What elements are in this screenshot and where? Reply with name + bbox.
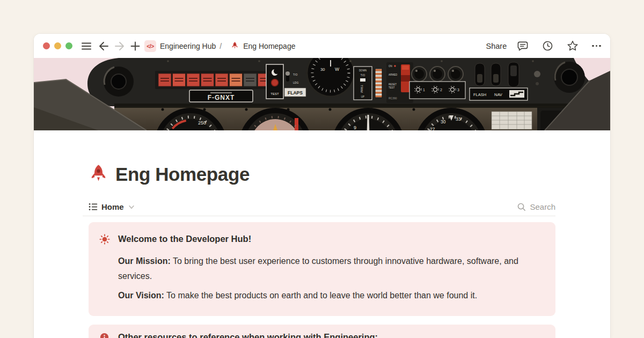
knob1-label: 1 bbox=[423, 88, 425, 92]
breadcrumb-separator: / bbox=[219, 42, 222, 50]
gauge-label: 27 bbox=[430, 127, 435, 130]
search-icon bbox=[517, 202, 526, 211]
test-label: TEST bbox=[389, 86, 395, 89]
back-button[interactable] bbox=[98, 39, 109, 54]
tab-home[interactable]: Home bbox=[89, 202, 135, 211]
more-options-button[interactable] bbox=[592, 39, 601, 54]
panel-button bbox=[534, 71, 540, 77]
app-window: </> Engineering Hub / Eng Homepage Share bbox=[34, 34, 610, 338]
to-label: T/O bbox=[361, 74, 365, 77]
nav-label: NAV bbox=[494, 92, 502, 97]
view-bar-divider bbox=[83, 216, 555, 216]
cover-image: 250 9 27 30 33 bbox=[34, 58, 610, 130]
test-panel: TEST bbox=[266, 64, 283, 99]
minimize-window-button[interactable] bbox=[54, 42, 61, 49]
ldg-label: LDG bbox=[293, 81, 298, 84]
breadcrumb-current[interactable]: Eng Homepage bbox=[243, 42, 295, 50]
favorite-button[interactable] bbox=[567, 39, 579, 54]
maximize-window-button[interactable] bbox=[65, 42, 72, 49]
trim-label: TRIM bbox=[360, 85, 363, 93]
rocket-icon[interactable] bbox=[89, 164, 108, 186]
registration-placard: F-GNXT bbox=[189, 90, 253, 102]
right-vent bbox=[554, 62, 585, 93]
workspace-code-chip-icon[interactable]: </> bbox=[144, 40, 156, 52]
chevron-down-icon[interactable] bbox=[128, 203, 135, 211]
callout-title: Other resources to reference when workin… bbox=[118, 332, 543, 338]
info-icon bbox=[99, 332, 110, 338]
close-window-button[interactable] bbox=[43, 42, 50, 49]
mission-label: Our Mission: bbox=[118, 256, 171, 266]
toolbar: </> Engineering Hub / Eng Homepage Share bbox=[34, 34, 610, 58]
on-label: ON bbox=[389, 65, 392, 68]
ellipsis-icon bbox=[592, 45, 594, 47]
gauge-label: 9 bbox=[354, 125, 356, 130]
back-arrow-icon bbox=[98, 41, 109, 51]
up-label: UP bbox=[361, 95, 364, 98]
updates-button[interactable] bbox=[542, 39, 553, 54]
sidebar-menu-button[interactable] bbox=[81, 39, 92, 54]
rc-label: RC390 bbox=[389, 97, 397, 100]
to-label: T/O bbox=[293, 73, 297, 76]
panel-button bbox=[536, 82, 539, 85]
toggle-switches bbox=[475, 62, 519, 87]
callout-welcome: Welcome to the Developer Hub! Our Missio… bbox=[89, 222, 555, 316]
left-vent bbox=[104, 67, 134, 97]
plus-icon bbox=[130, 41, 140, 51]
sun-icon bbox=[99, 233, 110, 245]
gauge-label: 250 bbox=[198, 120, 206, 126]
compass-w: W bbox=[335, 67, 339, 72]
annunciator-panel bbox=[155, 71, 274, 89]
page-title: Eng Homepage bbox=[115, 163, 250, 186]
compass-30: 30 bbox=[320, 67, 325, 72]
rocket-icon bbox=[231, 41, 239, 50]
reset-label: RESET bbox=[389, 83, 397, 86]
comments-button[interactable] bbox=[517, 39, 529, 54]
view-bar: Home Search bbox=[89, 198, 555, 216]
star-icon bbox=[567, 40, 579, 52]
callout-title: Welcome to the Developer Hub! bbox=[118, 233, 543, 245]
flash-label: FLASH bbox=[473, 92, 486, 97]
search-button[interactable]: Search bbox=[517, 202, 555, 211]
tab-home-label: Home bbox=[101, 202, 124, 211]
comment-icon bbox=[517, 40, 529, 52]
new-page-button[interactable] bbox=[130, 39, 140, 54]
search-label: Search bbox=[530, 202, 555, 211]
cockpit-illustration: 250 9 27 30 33 bbox=[34, 58, 610, 130]
page-content: Eng Homepage Home bbox=[34, 163, 610, 338]
test-label: TEST bbox=[270, 92, 279, 95]
hamburger-icon bbox=[81, 42, 92, 50]
callout-resources: Other resources to reference when workin… bbox=[89, 325, 555, 338]
bulleted-list-icon bbox=[89, 202, 98, 211]
striped-gauge bbox=[375, 69, 382, 98]
window-controls bbox=[43, 42, 72, 49]
share-button[interactable]: Share bbox=[486, 42, 507, 50]
flaps-label: FLAPS bbox=[288, 90, 303, 95]
forward-button[interactable] bbox=[114, 39, 125, 54]
mission-text: To bring the best user experience to cus… bbox=[118, 256, 518, 281]
placard-table bbox=[492, 112, 532, 129]
vision-paragraph: Our Vision: To make the best products on… bbox=[118, 288, 543, 303]
clock-icon bbox=[542, 40, 553, 52]
compass: 30 W bbox=[307, 58, 354, 97]
light-knobs: 1 2 3 bbox=[409, 67, 465, 99]
vision-label: Our Vision: bbox=[118, 291, 164, 300]
knob2-label: 2 bbox=[440, 88, 442, 92]
flash-nav-panel: FLASH NAV bbox=[470, 88, 528, 100]
breadcrumb-parent[interactable]: Engineering Hub bbox=[160, 42, 216, 50]
knob3-label: 3 bbox=[457, 88, 459, 92]
gauge-label: 30 bbox=[441, 119, 446, 124]
trim-indicator: DOWN T/O TRIM UP bbox=[354, 67, 372, 100]
down-label: DOWN bbox=[359, 69, 367, 72]
mission-paragraph: Our Mission: To bring the best user expe… bbox=[118, 254, 543, 284]
armed-label: ARMED bbox=[389, 74, 398, 76]
registration-label: F-GNXT bbox=[208, 94, 235, 101]
page-title-row: Eng Homepage bbox=[89, 163, 555, 186]
vision-text: To make the best products on earth and t… bbox=[164, 291, 477, 300]
forward-arrow-icon bbox=[114, 41, 125, 51]
gauge-label: 33 bbox=[456, 116, 461, 122]
